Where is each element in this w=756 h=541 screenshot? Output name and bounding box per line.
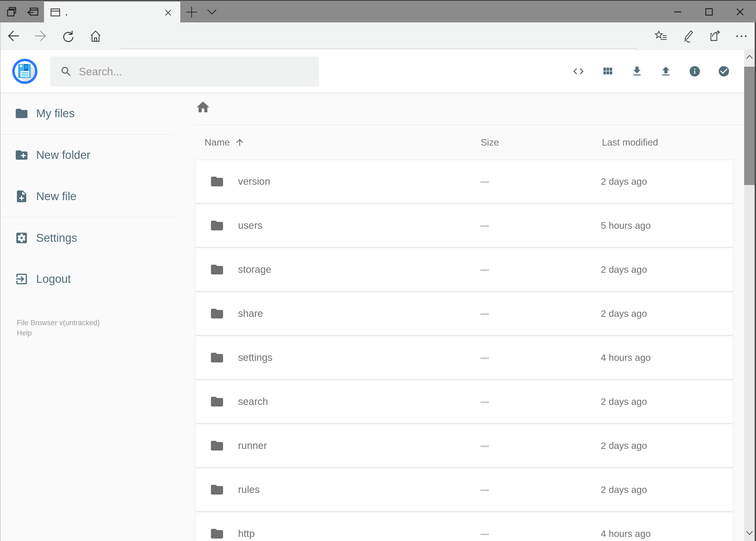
file-row[interactable]: http — 4 hours ago — [195, 512, 733, 541]
file-name: users — [238, 204, 262, 247]
file-modified: 2 days ago — [601, 468, 647, 511]
file-modified: 2 days ago — [601, 160, 647, 203]
refresh-icon[interactable] — [62, 30, 75, 43]
chevron-up-icon — [746, 54, 753, 60]
upload-icon[interactable] — [660, 65, 672, 78]
file-row[interactable]: search — 2 days ago — [195, 380, 733, 423]
folder-icon — [210, 350, 224, 365]
search-input[interactable]: Search... — [50, 56, 319, 87]
file-size: — — [480, 292, 489, 335]
column-header-name[interactable]: Name — [205, 136, 245, 149]
folder-icon — [210, 438, 224, 453]
column-header-modified[interactable]: Last modified — [602, 136, 658, 149]
tab-close-icon[interactable] — [164, 9, 172, 16]
file-name: settings — [238, 336, 273, 379]
set-tabs-aside-icon[interactable] — [26, 6, 39, 18]
column-header-modified-label: Last modified — [602, 137, 658, 148]
select-check-icon[interactable] — [718, 65, 730, 78]
web-note-pen-icon[interactable] — [682, 30, 695, 43]
minimize-button[interactable] — [674, 8, 681, 16]
sidebar-item-label: My files — [36, 107, 75, 120]
file-size: — — [480, 248, 489, 291]
new-file-icon — [15, 189, 29, 204]
file-name: runner — [238, 424, 267, 467]
file-size: — — [480, 512, 489, 541]
file-size: — — [480, 160, 489, 203]
file-name: rules — [238, 468, 260, 511]
browser-navbar: filebrowser.web/files/ — [0, 22, 756, 50]
forward-icon[interactable] — [34, 30, 47, 43]
file-size: — — [480, 468, 489, 511]
scrollbar-up-button[interactable] — [744, 50, 755, 66]
breadcrumb-home-icon[interactable] — [195, 100, 210, 115]
favorites-hub-icon[interactable] — [654, 30, 667, 42]
breadcrumb-divider — [195, 125, 744, 125]
file-name: storage — [238, 248, 271, 291]
column-header-name-label: Name — [205, 137, 230, 148]
file-row[interactable]: users — 5 hours ago — [195, 204, 733, 247]
sidebar-item-settings[interactable]: Settings — [0, 224, 179, 252]
tab-preview-icon[interactable] — [7, 6, 18, 18]
filebrowser-logo — [7, 54, 42, 89]
file-modified: 2 days ago — [601, 292, 647, 335]
scrollbar-down-button[interactable] — [744, 525, 755, 541]
sidebar-footer: File Browser v(untracked) Help — [17, 317, 100, 338]
column-header-size-label: Size — [481, 137, 499, 148]
sidebar-item-new-folder[interactable]: New folder — [0, 141, 179, 169]
scrollbar-thumb[interactable] — [744, 67, 755, 185]
sidebar-item-logout[interactable]: Logout — [0, 265, 179, 293]
info-icon[interactable] — [688, 65, 701, 78]
new-tab-icon[interactable] — [186, 6, 197, 18]
maximize-button[interactable] — [705, 8, 713, 16]
file-modified: 5 hours ago — [601, 204, 651, 247]
back-icon[interactable] — [7, 30, 20, 43]
sidebar-item-my-files[interactable]: My files — [0, 99, 179, 128]
filebrowser-header: Search... — [0, 50, 756, 93]
file-row[interactable]: version — 2 days ago — [195, 160, 733, 203]
file-row[interactable]: storage — 2 days ago — [195, 248, 733, 291]
file-name: search — [238, 380, 268, 423]
close-button[interactable] — [736, 8, 744, 16]
file-modified: 4 hours ago — [601, 336, 651, 379]
sidebar-divider — [0, 134, 175, 135]
share-icon[interactable] — [709, 30, 722, 43]
folder-icon — [210, 306, 224, 321]
page-favicon — [50, 7, 61, 18]
file-name: share — [238, 292, 263, 335]
file-size: — — [480, 204, 489, 247]
grid-view-icon[interactable] — [601, 65, 614, 78]
file-size: — — [480, 424, 489, 467]
file-modified: 2 days ago — [601, 424, 647, 467]
file-row[interactable]: share — 2 days ago — [195, 292, 733, 335]
sidebar-item-label: Settings — [36, 232, 77, 245]
file-name: version — [238, 160, 270, 203]
folder-icon — [210, 174, 224, 189]
file-row[interactable]: rules — 2 days ago — [195, 468, 733, 511]
folder-icon — [210, 262, 224, 277]
help-link[interactable]: Help — [17, 328, 100, 338]
folder-icon — [15, 106, 29, 121]
file-size: — — [480, 336, 489, 379]
shell-code-icon[interactable] — [572, 65, 585, 78]
file-row[interactable]: settings — 4 hours ago — [195, 336, 733, 379]
window-titlebar: . — [0, 0, 756, 22]
tab-list-chevron-icon[interactable] — [207, 9, 217, 15]
settings-more-ellipsis-icon[interactable] — [735, 32, 748, 40]
folder-icon — [210, 482, 224, 497]
settings-gear-icon — [15, 231, 29, 245]
download-icon[interactable] — [631, 65, 643, 78]
home-icon[interactable] — [89, 30, 102, 43]
folder-icon — [210, 526, 224, 541]
sidebar-divider — [0, 217, 175, 218]
file-modified: 4 hours ago — [601, 512, 651, 541]
tab-title: . — [65, 2, 68, 23]
folder-icon — [210, 218, 224, 233]
browser-tab[interactable]: . — [44, 2, 180, 23]
sidebar-item-new-file[interactable]: New file — [0, 182, 179, 211]
create-new-folder-icon — [15, 148, 29, 162]
file-modified: 2 days ago — [601, 380, 647, 423]
chevron-down-icon — [746, 530, 753, 536]
file-row[interactable]: runner — 2 days ago — [195, 424, 733, 467]
window-border-right — [755, 22, 756, 541]
column-header-size[interactable]: Size — [481, 136, 499, 149]
